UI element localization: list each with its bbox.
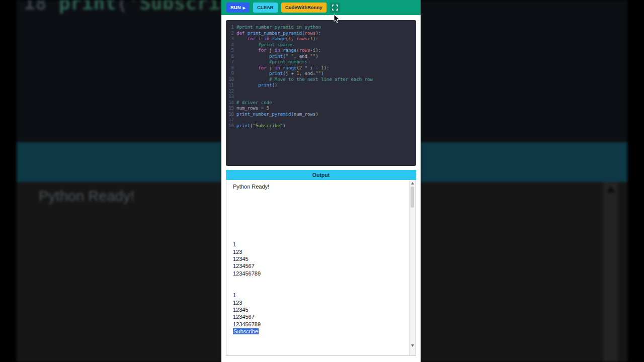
code-editor[interactable]: 1#print number pyramid in python2def pri… [226,20,416,166]
line-number: 15 [227,106,234,112]
output-scrollbar[interactable] [409,180,416,355]
code-text: num_rows = 5 [236,106,269,112]
background-code-line-number: 18 [24,0,47,14]
code-line: 4 #print spaces [227,42,414,48]
code-line: 6 print(" ", end="") [227,54,414,60]
output-line: 1 [233,292,408,299]
code-text: print_number_pyramid(num_rows) [236,112,318,118]
play-icon: ▶ [243,6,246,10]
code-text [236,88,239,95]
code-line: 8 for j in range(2 * i - 1): [227,65,414,71]
output-line: 12345 [233,255,408,262]
code-text: # Move to the next line after each row [236,77,373,83]
output-line [233,198,408,205]
background-panel-right [421,182,627,362]
output-line [233,226,408,233]
background-output-band-right [421,142,627,182]
line-number: 17 [227,117,234,123]
output-line [233,212,408,219]
scroll-down-icon [411,344,414,347]
code-text: for j in range(rows-i): [236,48,321,54]
code-line: 5 for j in range(rows-i): [227,48,414,54]
code-line: 17 [227,117,414,123]
line-number: 6 [227,54,234,60]
line-number: 9 [227,71,234,77]
output-line [233,219,408,226]
background-scroll-up-icon [606,187,615,193]
app-window: RUN ▶ CLEAR CodeWithRonny 1#print number… [221,0,421,362]
code-line: 10 # Move to the next line after each ro… [227,77,414,83]
code-text: for i in range(1, rows+1): [236,36,318,42]
scroll-up-button[interactable] [410,180,416,186]
output-line: 123456789 [233,270,408,277]
output-line [233,285,408,292]
fullscreen-button[interactable] [330,3,340,13]
background-output-band-left [17,142,221,182]
code-line: 2def print_number_pyramid(rows): [227,31,414,37]
code-line: 14# driver code [227,100,414,106]
line-number: 11 [227,82,234,88]
background-panel-left: Python Ready! [17,182,221,362]
line-number: 7 [227,59,234,65]
line-number: 12 [227,88,234,95]
fullscreen-icon [332,5,338,11]
code-line: 18print("Subscribe") [227,123,414,129]
line-number: 1 [227,25,234,31]
line-number: 4 [227,42,234,48]
scroll-up-icon [411,182,414,185]
highlighted-output-text: Subscribe [233,328,259,334]
code-text: print("Subscribe") [236,123,286,129]
code-line: 9 print(j + 1, end="") [227,71,414,77]
code-line: 7 #print numbers [227,59,414,65]
code-text: print(j + 1, end="") [236,71,324,77]
output-line [233,277,408,284]
line-number: 5 [227,48,234,54]
scroll-thumb[interactable] [411,187,414,208]
run-button[interactable]: RUN ▶ [226,3,250,13]
code-text [236,117,239,123]
code-text: for j in range(2 * i - 1): [236,65,329,71]
code-text: #print number pyramid in python [236,25,321,31]
code-line: 1#print number pyramid in python [227,25,414,31]
brand-button[interactable]: CodeWithRonny [281,3,327,13]
line-number: 14 [227,100,234,106]
output-line: Python Ready! [233,183,408,190]
clear-button[interactable]: CLEAR [253,3,278,13]
code-line: 11 print() [227,82,414,88]
code-lines: 1#print number pyramid in python2def pri… [227,25,414,129]
toolbar: RUN ▶ CLEAR CodeWithRonny [221,0,421,15]
output-line: Subscribe [233,328,408,335]
output-line: 123 [233,248,408,255]
output-line: 12345 [233,306,408,313]
output-line [233,234,408,241]
code-line: 13 [227,94,414,100]
background-code-function: print [59,0,116,14]
output-line: 123456789 [233,321,408,328]
output-lines: Python Ready! 1123123451234567123456789 … [226,180,416,335]
background-ready-text: Python Ready! [39,188,221,205]
code-text: #print spaces [236,42,294,48]
line-number: 3 [227,36,234,42]
line-number: 10 [227,77,234,83]
output-header: Output [226,170,416,180]
line-number: 18 [227,123,234,129]
code-text: #print numbers [236,59,307,65]
code-text: print(" ", end="") [236,54,318,60]
output-line: 1234567 [233,313,408,320]
code-line: 16print_number_pyramid(num_rows) [227,112,414,118]
code-line: 3 for i in range(1, rows+1): [227,36,414,42]
code-line: 15num_rows = 5 [227,106,414,112]
line-number: 8 [227,65,234,71]
run-button-label: RUN [230,5,241,10]
background-code-open-paren: ( [116,0,128,14]
code-text: print() [236,82,277,88]
code-text: # driver code [236,100,272,106]
background-scrollbar [603,182,618,362]
scroll-down-button[interactable] [410,342,415,348]
output-line: 123 [233,299,408,306]
code-text [236,94,239,100]
output-line [233,205,408,212]
line-number: 2 [227,31,234,37]
output-line [233,190,408,197]
code-line: 12 [227,88,414,95]
